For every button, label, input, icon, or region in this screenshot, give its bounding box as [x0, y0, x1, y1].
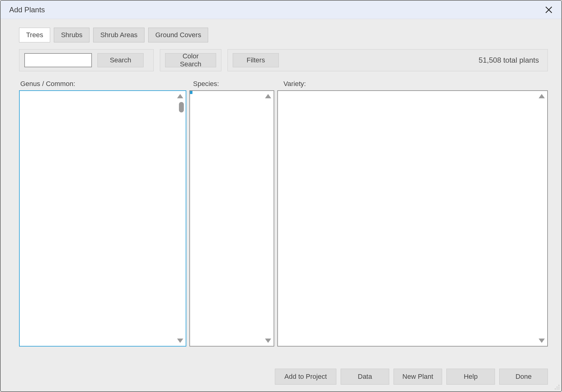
- help-button[interactable]: Help: [446, 369, 495, 385]
- variety-listbox[interactable]: [277, 90, 548, 347]
- resize-grip-icon: [553, 383, 560, 390]
- genus-label: Genus / Common:: [20, 80, 188, 88]
- species-listbox[interactable]: [189, 90, 274, 347]
- color-search-button[interactable]: Color Search: [165, 53, 216, 67]
- tab-trees[interactable]: Trees: [19, 28, 50, 42]
- scroll-up-icon[interactable]: [265, 94, 271, 98]
- list-labels: Genus / Common: Species: Variety:: [19, 80, 548, 88]
- titlebar: Add Plants: [1, 1, 561, 19]
- resize-grip[interactable]: [553, 383, 560, 390]
- content-area: Trees Shrubs Shrub Areas Ground Covers S…: [1, 19, 561, 353]
- lists-row: [19, 90, 548, 347]
- category-tabs: Trees Shrubs Shrub Areas Ground Covers: [19, 28, 548, 42]
- filters-panel: Filters 51,508 total plants: [228, 49, 548, 71]
- variety-label: Variety:: [283, 80, 548, 88]
- total-plants-text: 51,508 total plants: [479, 56, 539, 65]
- new-plant-button[interactable]: New Plant: [394, 369, 442, 385]
- tab-shrub-areas[interactable]: Shrub Areas: [93, 28, 144, 42]
- svg-point-2: [558, 385, 559, 386]
- svg-point-3: [556, 386, 557, 387]
- data-button[interactable]: Data: [341, 369, 389, 385]
- scroll-up-icon[interactable]: [177, 94, 183, 98]
- svg-point-6: [556, 388, 557, 389]
- close-button[interactable]: [544, 5, 554, 15]
- tab-ground-covers[interactable]: Ground Covers: [148, 28, 208, 42]
- filters-button[interactable]: Filters: [233, 53, 279, 67]
- search-panel: Search: [19, 49, 154, 71]
- search-row: Search Color Search Filters 51,508 total…: [19, 49, 548, 71]
- scroll-down-icon[interactable]: [539, 339, 545, 343]
- scroll-thumb[interactable]: [179, 102, 184, 112]
- footer-buttons: Add to Project Data New Plant Help Done: [275, 369, 548, 385]
- search-input[interactable]: [24, 53, 92, 67]
- scroll-down-icon[interactable]: [265, 339, 271, 343]
- tab-shrubs[interactable]: Shrubs: [54, 28, 89, 42]
- scroll-down-icon[interactable]: [177, 339, 183, 343]
- genus-listbox[interactable]: [19, 90, 186, 347]
- scroll-up-icon[interactable]: [539, 94, 545, 98]
- color-search-panel: Color Search: [160, 49, 221, 71]
- search-button[interactable]: Search: [97, 53, 144, 67]
- species-label: Species:: [193, 80, 278, 88]
- window-title: Add Plants: [9, 6, 544, 14]
- done-button[interactable]: Done: [499, 369, 548, 385]
- add-plants-window: Add Plants Trees Shrubs Shrub Areas Grou…: [0, 0, 562, 392]
- close-icon: [545, 6, 553, 14]
- svg-point-5: [555, 388, 556, 389]
- add-to-project-button[interactable]: Add to Project: [275, 369, 336, 385]
- svg-point-4: [558, 386, 559, 387]
- svg-point-7: [558, 388, 559, 389]
